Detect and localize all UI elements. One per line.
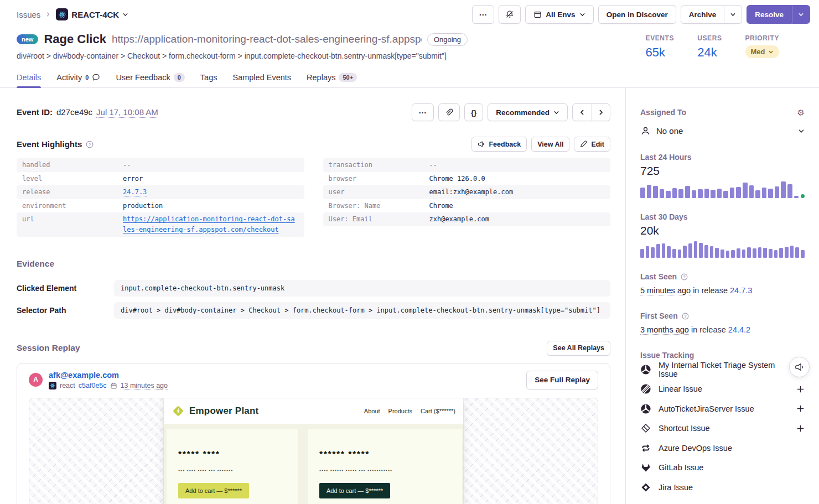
- chart-bar: [704, 189, 709, 198]
- stat-value-link[interactable]: 65k: [646, 45, 675, 60]
- highlight-value[interactable]: https://application-monitoring-react-dot…: [123, 214, 299, 235]
- edit-button[interactable]: Edit: [574, 137, 610, 152]
- issue-tracking-item-my-internal-ticket-triage-system-issue: My Internal Ticket Triage System Issue: [640, 360, 805, 380]
- comment-bubble-icon: [92, 73, 100, 81]
- edit-button-label: Edit: [591, 141, 604, 148]
- tab-label: Replays: [307, 73, 335, 82]
- chart-bar: [646, 246, 650, 258]
- highlight-value: email:zxh@example.com: [429, 187, 605, 198]
- replay-time-ago[interactable]: 13 minutes ago: [121, 382, 168, 390]
- stat-value-link[interactable]: 24k: [697, 45, 722, 60]
- react-project-icon: [56, 8, 68, 20]
- replay-id-link[interactable]: c5af0e5c: [79, 382, 107, 389]
- chart-bar: [694, 241, 698, 258]
- event-id-label: Event ID:: [17, 107, 53, 117]
- replay-preview[interactable]: Empower Plant AboutProductsCart ($******…: [29, 398, 598, 504]
- issue-tracking-item-azure-devops-issue: Azure DevOps Issue: [640, 438, 805, 458]
- chart-bar: [795, 247, 799, 258]
- chart-bar: [723, 191, 728, 198]
- add-issue-button[interactable]: [796, 404, 805, 413]
- highlight-key: release: [22, 187, 123, 198]
- issue-details-main: Event ID: d27ce49c Jul 17, 10:08 AM … {}…: [0, 88, 625, 504]
- replay-product-title: ***** ****: [178, 450, 287, 460]
- json-button[interactable]: {}: [464, 103, 483, 121]
- first-seen-time[interactable]: 3 months ago: [640, 325, 689, 335]
- event-more-button[interactable]: …: [412, 103, 434, 121]
- tab-user-feedback[interactable]: User Feedback0: [116, 67, 184, 87]
- issue-tracking-label: AutoTicketJiraServer Issue: [659, 404, 789, 413]
- breadcrumb-issues[interactable]: Issues: [17, 10, 40, 19]
- replay-product-desc: **** ****** ***** *** ***********: [319, 469, 450, 474]
- gear-icon[interactable]: ⚙: [797, 108, 805, 117]
- add-issue-button[interactable]: [796, 385, 805, 393]
- tab-details[interactable]: Details: [17, 67, 41, 87]
- tab-tags[interactable]: Tags: [200, 67, 217, 87]
- issue-sidebar: Assigned To ⚙ No one Last 24 Hours 725 L…: [625, 88, 819, 504]
- chart-bar: [653, 186, 658, 198]
- gitlab-icon: [640, 462, 651, 473]
- highlight-row: transaction--: [323, 158, 611, 172]
- help-icon[interactable]: ?: [681, 273, 688, 280]
- archive-dropdown-button[interactable]: [724, 5, 742, 24]
- attachments-button[interactable]: [438, 103, 460, 121]
- chart-bar: [753, 248, 756, 258]
- last-seen-release-link[interactable]: 24.7.3: [730, 286, 752, 295]
- see-full-replay-button[interactable]: See Full Replay: [526, 371, 598, 389]
- highlight-key: environment: [22, 201, 123, 211]
- event-highlights-section: Event Highlights ? Feedback View All Edi…: [17, 137, 610, 237]
- chart-bar: [743, 183, 748, 199]
- chart-bar: [717, 189, 722, 198]
- replay-product-title: ****** *****: [319, 450, 450, 460]
- chart-bar: [742, 250, 746, 258]
- svg-text:?: ?: [89, 142, 91, 147]
- previous-event-button[interactable]: [572, 103, 592, 121]
- tab-replays[interactable]: Replays50+: [307, 67, 357, 87]
- open-in-discover-button[interactable]: Open in Discover: [598, 5, 676, 24]
- highlight-row: handled--: [17, 158, 304, 172]
- environment-selector[interactable]: All Envs: [525, 5, 593, 24]
- tab-sampled-events[interactable]: Sampled Events: [232, 67, 291, 87]
- event-selector-dropdown[interactable]: Recommended: [488, 103, 568, 121]
- replay-product-card: ***** ******* **** **** *** *******Add t…: [167, 429, 298, 504]
- first-seen-release-link[interactable]: 24.4.2: [728, 325, 750, 334]
- issue-tracking-item-linear-issue: Linear Issue: [640, 380, 805, 399]
- chart-bar: [651, 247, 655, 258]
- breadcrumb-project-label: REACT-4CK: [71, 10, 119, 19]
- highlight-row: environmentproduction: [17, 199, 304, 213]
- highlight-value[interactable]: 24.7.3: [123, 187, 299, 198]
- issue-title: Rage Click: [44, 32, 106, 46]
- tab-count: 0: [85, 74, 89, 81]
- replay-product-card: ****** ********* ****** ***** *** ******…: [308, 429, 462, 504]
- chart-bar: [774, 250, 778, 258]
- chart-bar: [785, 247, 789, 258]
- next-event-button[interactable]: [592, 103, 610, 121]
- window-icon: [533, 11, 542, 19]
- archive-button[interactable]: Archive: [681, 5, 725, 24]
- feedback-button[interactable]: Feedback: [471, 137, 527, 152]
- add-issue-button[interactable]: [796, 424, 805, 433]
- help-icon[interactable]: ?: [682, 313, 689, 320]
- tab-label: User Feedback: [116, 73, 170, 82]
- highlight-value: production: [123, 201, 299, 211]
- assignee-selector[interactable]: No one: [640, 126, 805, 136]
- more-actions-button[interactable]: …: [472, 5, 494, 24]
- chevron-down-icon: [768, 49, 774, 55]
- priority-badge[interactable]: Med: [745, 45, 779, 58]
- chart-bar: [662, 243, 666, 258]
- feedback-fab-button[interactable]: [789, 357, 810, 377]
- see-all-replays-button[interactable]: See All Replays: [547, 341, 610, 356]
- chart-bar: [656, 244, 660, 258]
- tab-activity[interactable]: Activity0: [56, 67, 100, 87]
- last-seen-time[interactable]: 5 minutes ago: [640, 286, 691, 295]
- help-icon[interactable]: ?: [86, 141, 94, 148]
- view-all-button[interactable]: View All: [531, 137, 569, 152]
- event-timestamp[interactable]: Jul 17, 10:08 AM: [96, 107, 158, 118]
- mute-notifications-button[interactable]: [499, 5, 521, 24]
- chart-bar: [715, 248, 719, 258]
- issue-tracking-item-jira-issue: Jira Issue: [640, 477, 805, 497]
- replay-user-email[interactable]: afk@example.com: [49, 371, 168, 380]
- chart-bar: [768, 189, 773, 198]
- breadcrumb-project[interactable]: REACT-4CK: [56, 8, 128, 20]
- resolve-button[interactable]: Resolve: [747, 5, 792, 24]
- resolve-dropdown-button[interactable]: [792, 5, 810, 24]
